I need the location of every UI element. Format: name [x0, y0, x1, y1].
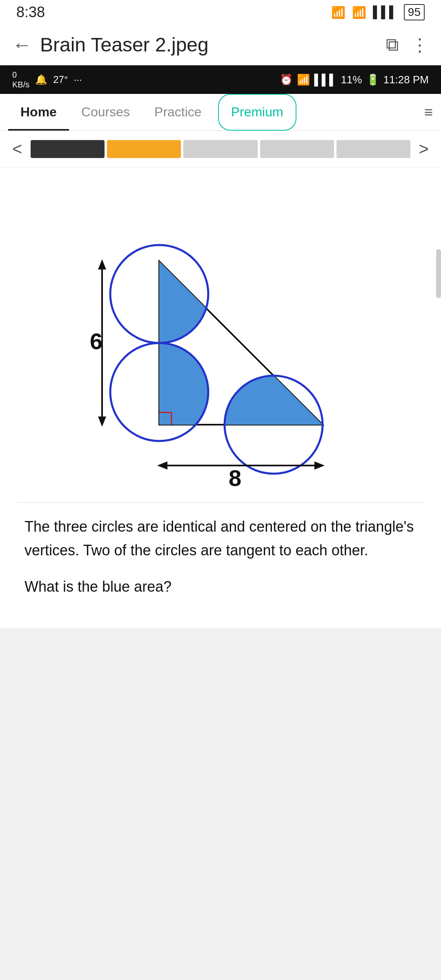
prev-button[interactable]: < [8, 139, 27, 159]
svg-marker-12 [98, 416, 106, 427]
battery-percent: 11% [341, 74, 362, 86]
scroll-indicator [436, 249, 441, 298]
more-options-button[interactable]: ⋮ [411, 34, 429, 55]
inner-signal-icon: ▌▌▌ [314, 74, 336, 86]
progress-bar [31, 140, 411, 158]
signal-icon: 📶 [352, 6, 366, 19]
progress-segment-1 [31, 140, 105, 158]
inner-status-bar: 0KB/s 🔔 27° ··· ⏰ 📶 ▌▌▌ 11% 🔋 11:28 PM [0, 65, 441, 94]
app-bar: ← Brain Teaser 2.jpeg ⧉ ⋮ [0, 24, 441, 65]
inner-dots: ··· [74, 74, 82, 85]
tab-home[interactable]: Home [8, 94, 69, 131]
svg-marker-15 [157, 461, 167, 470]
app-bar-actions: ⧉ ⋮ [386, 34, 429, 55]
battery-icon: 95 [404, 4, 425, 20]
status-bar: 8:38 📶 📶 ▌▌▌ 95 [0, 0, 441, 24]
svg-marker-16 [314, 461, 325, 470]
kb-speed: 0KB/s [12, 70, 29, 89]
progress-section: < > [0, 131, 441, 167]
next-button[interactable]: > [414, 139, 433, 159]
inner-temp: 27° [53, 74, 68, 85]
hamburger-menu[interactable]: ≡ [424, 104, 433, 121]
nav-tabs: Home Courses Practice Premium ≡ [0, 94, 441, 131]
alarm-icon: ⏰ [280, 74, 293, 86]
tab-practice[interactable]: Practice [142, 94, 214, 131]
progress-segment-5 [336, 140, 410, 158]
problem-question: What is the blue area? [16, 570, 425, 604]
progress-segment-4 [260, 140, 334, 158]
progress-segment-3 [183, 140, 257, 158]
svg-marker-11 [98, 259, 106, 270]
main-content: 6 8 The three circles are identical and … [0, 167, 441, 628]
inner-wifi-icon: 📶 [297, 74, 310, 86]
back-button[interactable]: ← [12, 33, 32, 56]
svg-text:6: 6 [90, 328, 102, 354]
inner-status-right: ⏰ 📶 ▌▌▌ 11% 🔋 11:28 PM [280, 74, 429, 86]
progress-segment-2 [107, 140, 181, 158]
status-icons: 📶 📶 ▌▌▌ 95 [331, 4, 425, 20]
diagram-container: 6 8 [16, 184, 425, 502]
inner-status-left: 0KB/s 🔔 27° ··· [12, 70, 82, 89]
tab-premium[interactable]: Premium [218, 94, 296, 131]
svg-text:8: 8 [229, 465, 241, 490]
inner-battery-icon: 🔋 [366, 74, 379, 86]
open-external-button[interactable]: ⧉ [386, 34, 399, 55]
brain-teaser-diagram: 6 8 [78, 196, 363, 490]
page-title: Brain Teaser 2.jpeg [40, 33, 386, 56]
status-time: 8:38 [16, 4, 45, 21]
network-bars-icon: ▌▌▌ [373, 6, 397, 19]
notification-icon: 🔔 [35, 74, 47, 85]
tab-courses[interactable]: Courses [69, 94, 142, 131]
problem-description: The three circles are identical and cent… [16, 503, 425, 570]
wifi-icon: 📶 [331, 6, 345, 19]
inner-time: 11:28 PM [383, 74, 429, 86]
